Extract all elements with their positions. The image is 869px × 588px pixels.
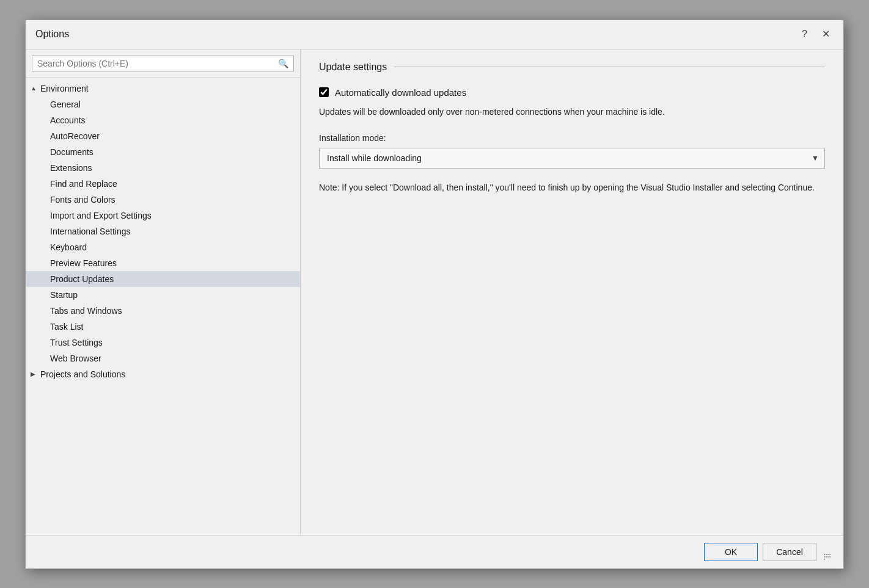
title-bar-controls: ? ✕	[798, 28, 834, 40]
close-button[interactable]: ✕	[818, 28, 834, 40]
tree-item-general[interactable]: General	[26, 96, 300, 112]
tree-section-environment[interactable]: ▲ Environment	[26, 81, 300, 96]
search-input[interactable]	[37, 59, 278, 68]
projects-label: Projects and Solutions	[40, 369, 125, 379]
search-icon: 🔍	[278, 59, 288, 68]
tree-item-accounts[interactable]: Accounts	[26, 112, 300, 128]
web-browser-label: Web Browser	[50, 354, 101, 363]
installation-mode-label: Installation mode:	[319, 133, 825, 143]
tree-item-task-list[interactable]: Task List	[26, 319, 300, 335]
keyboard-label: Keyboard	[50, 242, 87, 252]
general-label: General	[50, 100, 81, 109]
accounts-label: Accounts	[50, 115, 86, 125]
installation-mode-container: Install while downloading Download all, …	[319, 148, 825, 169]
options-dialog: Options ? ✕ 🔍 ▲ Environment	[25, 20, 844, 569]
tree-item-trust-settings[interactable]: Trust Settings	[26, 335, 300, 350]
autorecover-label: AutoRecover	[50, 131, 100, 141]
dialog-title: Options	[35, 29, 69, 40]
auto-download-label: Automatically download updates	[335, 87, 466, 98]
tree-item-fonts-colors[interactable]: Fonts and Colors	[26, 192, 300, 208]
tree-item-find-replace[interactable]: Find and Replace	[26, 176, 300, 192]
tree-section-projects[interactable]: ▶ Projects and Solutions	[26, 366, 300, 382]
tree-item-international[interactable]: International Settings	[26, 223, 300, 239]
trust-settings-label: Trust Settings	[50, 338, 103, 347]
left-panel: 🔍 ▲ Environment General Accounts AutoRec…	[26, 49, 301, 535]
search-container: 🔍	[26, 49, 300, 78]
fonts-colors-label: Fonts and Colors	[50, 195, 116, 205]
task-list-label: Task List	[50, 322, 83, 332]
resize-handle	[824, 554, 831, 561]
extensions-label: Extensions	[50, 163, 92, 173]
tree-item-documents[interactable]: Documents	[26, 144, 300, 160]
section-title-divider	[394, 67, 825, 67]
tree-item-startup[interactable]: Startup	[26, 287, 300, 303]
ok-button[interactable]: OK	[704, 543, 758, 561]
find-replace-label: Find and Replace	[50, 179, 117, 189]
startup-label: Startup	[50, 290, 78, 300]
dialog-body: 🔍 ▲ Environment General Accounts AutoRec…	[26, 49, 843, 535]
dialog-footer: OK Cancel	[26, 535, 843, 568]
right-panel: Update settings Automatically download u…	[301, 49, 843, 535]
tree-item-product-updates[interactable]: Product Updates	[26, 271, 300, 287]
help-button[interactable]: ?	[798, 28, 811, 40]
tree-item-extensions[interactable]: Extensions	[26, 160, 300, 176]
tree-container: ▲ Environment General Accounts AutoRecov…	[26, 78, 300, 535]
expand-icon: ▶	[31, 371, 38, 377]
auto-download-row: Automatically download updates	[319, 87, 825, 98]
tree-item-keyboard[interactable]: Keyboard	[26, 239, 300, 255]
tabs-windows-label: Tabs and Windows	[50, 306, 122, 316]
international-label: International Settings	[50, 227, 131, 236]
auto-download-description: Updates will be downloaded only over non…	[319, 105, 825, 118]
documents-label: Documents	[50, 147, 94, 157]
product-updates-label: Product Updates	[50, 274, 114, 284]
note-text: Note: If you select "Download all, then …	[319, 181, 825, 194]
section-title-row: Update settings	[319, 62, 825, 73]
installation-mode-dropdown[interactable]: Install while downloading Download all, …	[319, 148, 825, 169]
tree-item-preview-features[interactable]: Preview Features	[26, 255, 300, 271]
tree-item-web-browser[interactable]: Web Browser	[26, 350, 300, 366]
tree-item-import-export[interactable]: Import and Export Settings	[26, 208, 300, 223]
collapse-icon: ▲	[31, 85, 38, 92]
preview-features-label: Preview Features	[50, 258, 117, 268]
import-export-label: Import and Export Settings	[50, 211, 152, 220]
search-box[interactable]: 🔍	[32, 56, 294, 71]
tree-item-tabs-windows[interactable]: Tabs and Windows	[26, 303, 300, 319]
section-title: Update settings	[319, 62, 387, 73]
tree-item-autorecover[interactable]: AutoRecover	[26, 128, 300, 144]
title-bar: Options ? ✕	[26, 20, 843, 49]
environment-label: Environment	[40, 84, 89, 93]
auto-download-checkbox[interactable]	[319, 87, 329, 97]
cancel-button[interactable]: Cancel	[763, 543, 816, 561]
